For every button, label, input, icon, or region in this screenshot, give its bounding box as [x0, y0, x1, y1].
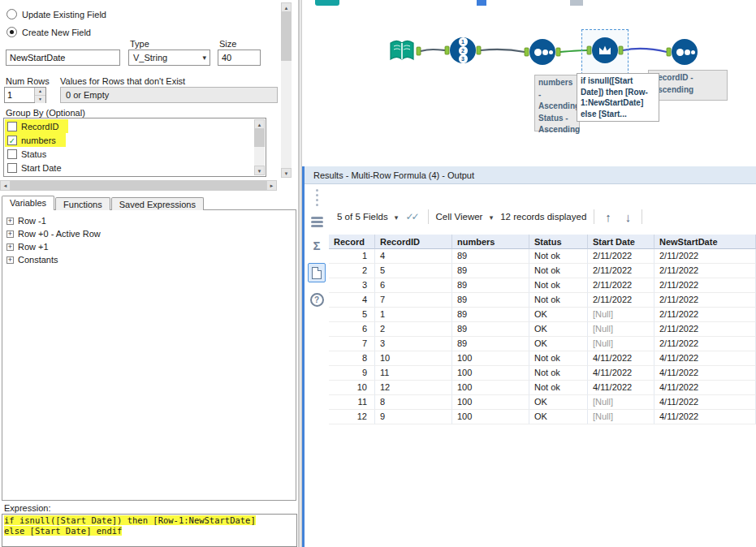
- cell[interactable]: 11: [375, 366, 452, 381]
- cell[interactable]: [Null]: [588, 308, 654, 322]
- cell[interactable]: Not ok: [529, 381, 588, 395]
- arrow-up-icon[interactable]: ↑: [602, 210, 615, 224]
- scroll-up-icon[interactable]: ▲: [281, 2, 292, 12]
- spin-down-icon[interactable]: ▼: [35, 96, 45, 103]
- cell[interactable]: 4/11/2022: [654, 381, 756, 395]
- cell[interactable]: 2/11/2022: [654, 264, 756, 278]
- data-view-icon[interactable]: [308, 263, 326, 282]
- cell[interactable]: OK: [529, 308, 588, 322]
- panel-vertical-scrollbar[interactable]: ▲ ▼: [281, 2, 292, 178]
- values-dropdown[interactable]: 0 or Empty: [60, 87, 278, 103]
- cell[interactable]: 100: [452, 410, 529, 424]
- column-header[interactable]: NewStartDate: [654, 235, 756, 249]
- cell[interactable]: Not ok: [529, 293, 588, 308]
- group-by-item[interactable]: Start Date: [5, 161, 71, 174]
- cell[interactable]: 4/11/2022: [588, 351, 654, 366]
- checkbox-icon[interactable]: [7, 122, 17, 131]
- cell[interactable]: 4: [329, 293, 375, 308]
- workflow-canvas[interactable]: 1 2 3 RecordID - Ascending numbers - Asc…: [302, 0, 756, 166]
- cell[interactable]: 1: [329, 249, 375, 264]
- record-id-tool[interactable]: 1 2 3: [450, 37, 476, 63]
- table-row[interactable]: 6289OK[Null]2/11/2022: [329, 322, 756, 337]
- cell[interactable]: 2/11/2022: [654, 308, 756, 322]
- type-select[interactable]: V_String ▾: [128, 50, 210, 66]
- cell[interactable]: [Null]: [588, 395, 654, 410]
- sort-tool[interactable]: [529, 39, 555, 65]
- scroll-right-icon[interactable]: ►: [266, 180, 277, 191]
- tab-variables[interactable]: Variables: [2, 196, 54, 210]
- cell[interactable]: 2: [329, 264, 375, 278]
- cell[interactable]: 89: [452, 278, 529, 293]
- scrollbar-thumb[interactable]: [281, 12, 292, 61]
- radio-update-existing-field[interactable]: Update Existing Field: [6, 8, 106, 20]
- cell[interactable]: 8: [329, 351, 375, 366]
- cell[interactable]: 2/11/2022: [588, 293, 654, 308]
- cell[interactable]: 5: [375, 264, 452, 278]
- cell[interactable]: 4/11/2022: [654, 351, 756, 366]
- cell[interactable]: 11: [329, 395, 375, 410]
- cell[interactable]: 4/11/2022: [588, 366, 654, 381]
- cell[interactable]: 2/11/2022: [588, 249, 654, 264]
- cell[interactable]: 2/11/2022: [654, 337, 756, 351]
- table-row[interactable]: 911100Not ok4/11/20224/11/2022: [329, 366, 756, 381]
- cell[interactable]: 4/11/2022: [588, 381, 654, 395]
- cell[interactable]: Not ok: [529, 278, 588, 293]
- cell[interactable]: Not ok: [529, 366, 588, 381]
- cell[interactable]: 4/11/2022: [654, 366, 756, 381]
- checkbox-checked-icon[interactable]: ✓: [7, 136, 17, 145]
- drag-grip-icon[interactable]: [316, 189, 318, 206]
- expand-plus-icon[interactable]: +: [6, 218, 14, 225]
- help-icon[interactable]: ?: [310, 293, 324, 307]
- cell[interactable]: 10: [329, 381, 375, 395]
- cell[interactable]: 2: [375, 322, 452, 337]
- cell[interactable]: OK: [529, 337, 588, 351]
- results-title-bar[interactable]: Results - Multi-Row Formula (4) - Output: [305, 166, 756, 184]
- table-row[interactable]: 5189OK[Null]2/11/2022: [329, 308, 756, 322]
- expand-plus-icon[interactable]: +: [6, 230, 14, 238]
- table-row[interactable]: 2589Not ok2/11/20222/11/2022: [329, 264, 756, 278]
- cell[interactable]: [Null]: [588, 322, 654, 337]
- table-row[interactable]: 7389OK[Null]2/11/2022: [329, 337, 756, 351]
- column-header[interactable]: Start Date: [588, 235, 654, 249]
- cell[interactable]: Not ok: [529, 264, 588, 278]
- cell[interactable]: 3: [375, 337, 452, 351]
- cell[interactable]: 100: [452, 381, 529, 395]
- table-row[interactable]: 3689Not ok2/11/20222/11/2022: [329, 278, 756, 293]
- field-name-input[interactable]: [6, 50, 120, 66]
- checkbox-icon[interactable]: [7, 163, 17, 173]
- cell[interactable]: 5: [329, 308, 375, 322]
- num-rows-spinner[interactable]: ▲ ▼: [4, 87, 46, 103]
- cell[interactable]: Not ok: [529, 351, 588, 366]
- cell[interactable]: 89: [452, 293, 529, 308]
- tree-item[interactable]: +Row -1: [6, 214, 296, 227]
- cell[interactable]: [Null]: [588, 410, 654, 424]
- tab-saved-expressions[interactable]: Saved Expressions: [111, 197, 204, 210]
- cell[interactable]: [Null]: [588, 337, 654, 351]
- group-by-listbox[interactable]: RecordID✓numbersStatusStart Date ▲ ▼: [3, 118, 266, 177]
- cell[interactable]: OK: [529, 410, 588, 424]
- tree-item[interactable]: +Row +0 - Active Row: [6, 227, 296, 240]
- cell[interactable]: 100: [452, 366, 529, 381]
- table-row[interactable]: 4789Not ok2/11/20222/11/2022: [329, 293, 756, 308]
- cell[interactable]: 2/11/2022: [654, 249, 756, 264]
- cell[interactable]: 2/11/2022: [654, 293, 756, 308]
- table-row[interactable]: 118100OK[Null]4/11/2022: [329, 395, 756, 410]
- cell[interactable]: 8: [375, 395, 452, 410]
- cell[interactable]: 7: [375, 293, 452, 308]
- cell[interactable]: 89: [452, 264, 529, 278]
- expand-plus-icon[interactable]: +: [6, 256, 14, 264]
- cell[interactable]: 6: [329, 322, 375, 337]
- table-row[interactable]: 1489Not ok2/11/20222/11/2022: [329, 249, 756, 264]
- cell[interactable]: 3: [329, 278, 375, 293]
- panel-horizontal-scrollbar[interactable]: ◄ ►: [0, 180, 277, 191]
- metadata-view-icon[interactable]: Σ: [313, 239, 320, 252]
- radio-unselected-icon[interactable]: [6, 9, 17, 19]
- cell[interactable]: 6: [375, 278, 452, 293]
- cell[interactable]: 100: [452, 395, 529, 410]
- formula-annotation[interactable]: if isnull([Start Date]) then [Row- 1:New…: [577, 73, 659, 122]
- cell[interactable]: 1: [375, 308, 452, 322]
- column-header[interactable]: RecordID: [375, 235, 452, 249]
- cell[interactable]: 89: [452, 308, 529, 322]
- cell[interactable]: OK: [529, 322, 588, 337]
- multi-row-formula-tool[interactable]: [592, 37, 618, 63]
